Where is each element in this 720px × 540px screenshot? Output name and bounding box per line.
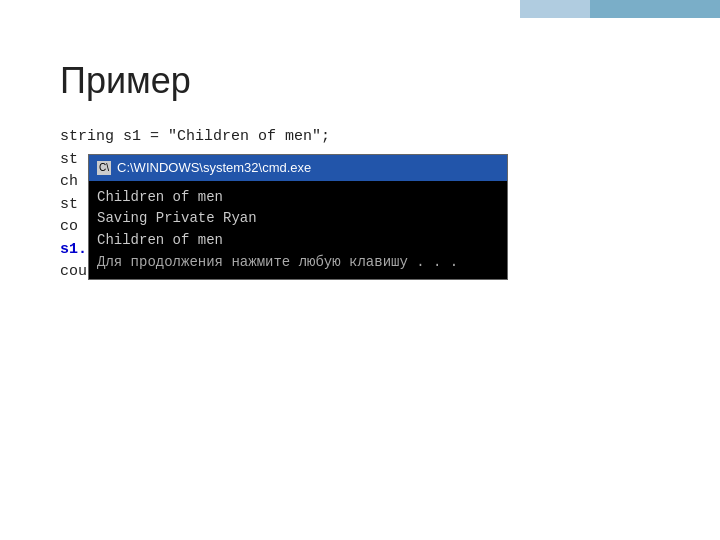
cmd-body: Children of men Saving Private Ryan Chil… — [89, 181, 507, 280]
code-line-1: string s1 = "Children of men"; — [60, 126, 680, 149]
top-decorative-bar — [520, 0, 720, 18]
cmd-line-2: Saving Private Ryan — [97, 208, 499, 230]
cmd-icon: C\ — [97, 161, 111, 175]
cmd-line-1: Children of men — [97, 187, 499, 209]
cmd-titlebar: C\ C:\WINDOWS\system32\cmd.exe — [89, 155, 507, 181]
cmd-line-3: Children of men — [97, 230, 499, 252]
top-decorative-bar-inner — [590, 0, 720, 18]
cmd-window: C\ C:\WINDOWS\system32\cmd.exe Children … — [88, 154, 508, 280]
main-content: Пример string s1 = "Children of men"; st… — [60, 60, 680, 284]
code-block: string s1 = "Children of men"; string s2… — [60, 126, 680, 284]
page-title: Пример — [60, 60, 680, 102]
cmd-line-4: Для продолжения нажмите любую клавишу . … — [97, 252, 499, 274]
cmd-title-text: C:\WINDOWS\system32\cmd.exe — [117, 158, 311, 178]
